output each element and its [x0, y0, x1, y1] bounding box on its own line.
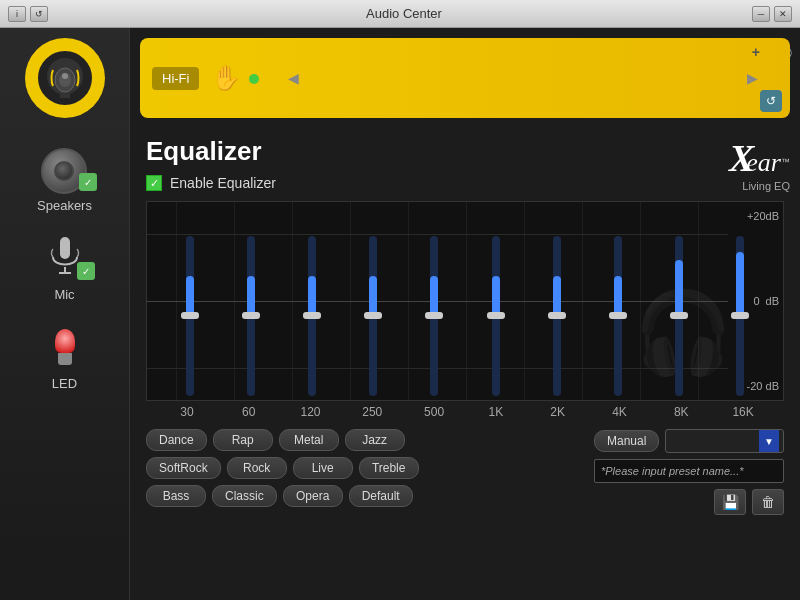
sidebar-item-led[interactable]: LED	[40, 322, 90, 391]
title-bar: i ↺ Audio Center ─ ✕	[0, 0, 800, 28]
eq-bar-track-16K	[736, 236, 744, 396]
preset-live[interactable]: Live	[293, 457, 353, 479]
eq-bar-500	[406, 216, 463, 396]
preset-jazz[interactable]: Jazz	[345, 429, 405, 451]
eq-bar-handle-30[interactable]	[181, 312, 199, 319]
title-bar-title: Audio Center	[56, 6, 752, 21]
preset-default[interactable]: Default	[349, 485, 413, 507]
preset-rap[interactable]: Rap	[213, 429, 273, 451]
eq-bar-track-120	[308, 236, 316, 396]
svg-point-3	[62, 73, 68, 79]
eq-bar-handle-2K[interactable]	[548, 312, 566, 319]
freq-8k: 8K	[650, 405, 712, 419]
eq-bar-4K	[589, 216, 646, 396]
freq-250: 250	[341, 405, 403, 419]
eq-bar-handle-1K[interactable]	[487, 312, 505, 319]
dropdown-arrow-icon[interactable]: ▼	[759, 430, 779, 452]
eq-bars-container: +20dB 0 dB -20 dB 🎧	[146, 201, 784, 401]
preset-treble[interactable]: Treble	[359, 457, 419, 479]
banner-right-arrow[interactable]: ▶	[747, 70, 758, 86]
preset-name-input[interactable]	[594, 459, 784, 483]
eq-bar-handle-250[interactable]	[364, 312, 382, 319]
info-button[interactable]: i	[8, 6, 26, 22]
banner-hifi-label[interactable]: Hi-Fi	[152, 67, 199, 90]
preset-section: Dance Rap Metal Jazz SoftRock Rock Live …	[146, 429, 784, 515]
refresh-button[interactable]: ↺	[30, 6, 48, 22]
svg-rect-4	[60, 237, 70, 259]
content-area: − + 🔊 ◀ Hi-Fi ✋ + ▶ ↺ Xear™	[130, 28, 800, 600]
freq-30: 30	[156, 405, 218, 419]
eq-bar-track-60	[247, 236, 255, 396]
manual-dropdown[interactable]: ▼	[665, 429, 784, 453]
preset-row-1: Dance Rap Metal Jazz	[146, 429, 584, 451]
preset-classic[interactable]: Classic	[212, 485, 277, 507]
eq-bar-handle-16K[interactable]	[731, 312, 749, 319]
freq-4k: 4K	[589, 405, 651, 419]
eq-bar-250	[345, 216, 402, 396]
preset-row-3: Bass Classic Opera Default	[146, 485, 584, 507]
xear-tm: ™	[781, 157, 790, 167]
sidebar-item-speakers[interactable]: Speakers ✓	[37, 148, 92, 213]
save-preset-button[interactable]: 💾	[714, 489, 746, 515]
eq-bars	[157, 212, 773, 400]
xear-ear: ear	[746, 148, 781, 177]
eq-bar-fill-2K	[553, 276, 561, 316]
preset-left: Dance Rap Metal Jazz SoftRock Rock Live …	[146, 429, 584, 515]
main-container: Speakers ✓ Mic ✓	[0, 28, 800, 600]
preset-softrock[interactable]: SoftRock	[146, 457, 221, 479]
eq-bar-fill-250	[369, 276, 377, 316]
freq-2k: 2K	[527, 405, 589, 419]
eq-bar-30	[161, 216, 218, 396]
eq-bar-16K	[712, 216, 769, 396]
close-button[interactable]: ✕	[774, 6, 792, 22]
eq-bar-handle-500[interactable]	[425, 312, 443, 319]
xear-living-label: Living EQ	[729, 180, 790, 192]
led-icon	[40, 322, 90, 372]
eq-bar-track-1K	[492, 236, 500, 396]
preset-opera[interactable]: Opera	[283, 485, 343, 507]
eq-bar-fill-500	[430, 276, 438, 316]
manual-button[interactable]: Manual	[594, 430, 659, 452]
eq-bar-fill-1K	[492, 276, 500, 316]
eq-enable-row: ✓ Enable Equalizer	[146, 175, 784, 191]
freq-500: 500	[403, 405, 465, 419]
eq-bar-fill-30	[186, 276, 194, 316]
save-delete-row: 💾 🗑	[594, 489, 784, 515]
mic-check: ✓	[77, 262, 95, 280]
top-banner: ◀ Hi-Fi ✋ + ▶ ↺	[140, 38, 790, 118]
eq-bar-track-250	[369, 236, 377, 396]
logo-icon	[35, 48, 95, 108]
preset-bass[interactable]: Bass	[146, 485, 206, 507]
eq-section: Xear™ Living EQ Equalizer ✓ Enable Equal…	[130, 128, 800, 600]
speaker-inner	[54, 161, 74, 181]
sidebar-item-mic[interactable]: Mic ✓	[40, 233, 90, 302]
preset-dance[interactable]: Dance	[146, 429, 207, 451]
eq-enable-checkbox[interactable]: ✓	[146, 175, 162, 191]
banner-left-arrow[interactable]: ◀	[288, 70, 299, 86]
eq-bar-handle-60[interactable]	[242, 312, 260, 319]
preset-metal[interactable]: Metal	[279, 429, 339, 451]
logo	[25, 38, 105, 118]
eq-bar-handle-120[interactable]	[303, 312, 321, 319]
minimize-button[interactable]: ─	[752, 6, 770, 22]
delete-preset-button[interactable]: 🗑	[752, 489, 784, 515]
eq-bar-8K	[651, 216, 708, 396]
eq-bar-handle-8K[interactable]	[670, 312, 688, 319]
mic-label: Mic	[54, 287, 74, 302]
preset-rock[interactable]: Rock	[227, 457, 287, 479]
freq-120: 120	[280, 405, 342, 419]
banner-plus-icon[interactable]: +	[752, 44, 760, 60]
eq-bar-track-500	[430, 236, 438, 396]
banner-refresh-button[interactable]: ↺	[760, 90, 782, 112]
banner-green-dot	[249, 74, 259, 84]
sidebar: Speakers ✓ Mic ✓	[0, 28, 130, 600]
speakers-label: Speakers	[37, 198, 92, 213]
eq-bar-1K	[467, 216, 524, 396]
eq-bar-fill-16K	[736, 252, 744, 316]
eq-bar-120	[283, 216, 340, 396]
eq-bar-fill-60	[247, 276, 255, 316]
eq-enable-label: Enable Equalizer	[170, 175, 276, 191]
eq-bar-handle-4K[interactable]	[609, 312, 627, 319]
eq-bar-60	[222, 216, 279, 396]
freq-1k: 1K	[465, 405, 527, 419]
